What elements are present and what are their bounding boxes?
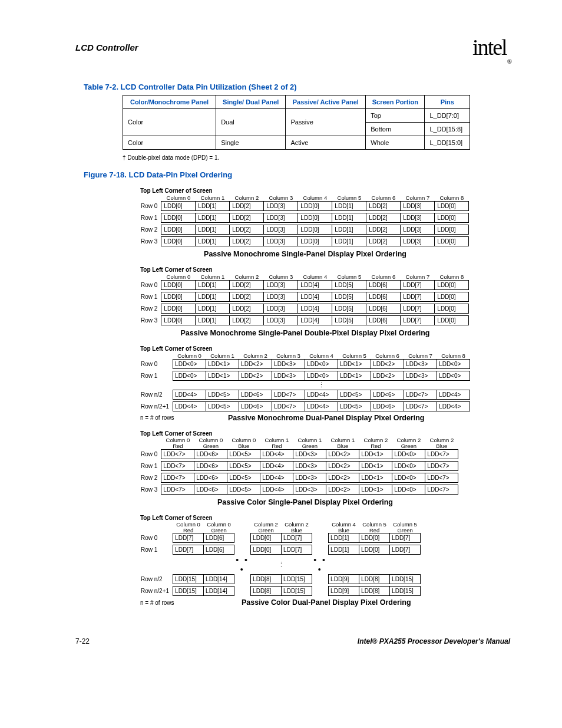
pin-cell: LDD<4> xyxy=(260,485,293,494)
pin-cell: LDD[2] xyxy=(366,213,401,222)
pin-cell: LDD<0> xyxy=(173,359,206,368)
pin-cell: LDD[14] xyxy=(204,587,234,596)
pixel-ordering-block-b: Top Left Corner of Screen Column 0Column… xyxy=(140,266,510,337)
row-label: Row 1 xyxy=(140,213,161,222)
row-label: Row 2 xyxy=(140,304,161,313)
row-label: Row 0 xyxy=(140,449,161,459)
pin-cell: LDD<1> xyxy=(206,371,239,380)
col-header: Color/Monochrome Panel xyxy=(123,95,216,108)
pin-cell: LDD[0] xyxy=(435,236,469,246)
cell: L_DD[7:0] xyxy=(425,108,470,122)
pin-cell: LDD[5] xyxy=(332,292,366,301)
pixel-ordering-block-a: Top Left Corner of Screen Column 0Column… xyxy=(140,187,510,258)
pin-cell: LDD<2> xyxy=(239,359,272,368)
pin-cell: LDD[1] xyxy=(196,315,230,325)
pin-cell: LDD[4] xyxy=(298,304,332,313)
pin-cell: LDD<3> xyxy=(272,359,305,368)
pixel-ordering-block-c: Top Left Corner of Screen Column 0Column… xyxy=(140,345,510,422)
row-label: Row 2 xyxy=(140,225,161,234)
pin-cell: LDD<2> xyxy=(371,371,404,380)
pin-cell: LDD[8] xyxy=(251,587,282,596)
pin-cell: LDD[0] xyxy=(161,201,196,210)
pin-cell: LDD<5> xyxy=(227,473,260,482)
row-label: Row 3 xyxy=(140,236,161,246)
pin-cell: LDD[0] xyxy=(251,545,282,555)
pin-cell: LDD[7] xyxy=(401,292,435,301)
pin-cell: LDD[3] xyxy=(264,213,298,222)
pin-cell: LDD[0] xyxy=(161,280,196,289)
pin-cell: LDD[7] xyxy=(401,304,435,313)
row-label: Row 1 xyxy=(140,461,161,470)
pin-cell: LDD[0] xyxy=(359,545,390,555)
pin-cell: LDD<0> xyxy=(305,371,338,380)
pin-cell: LDD[15] xyxy=(390,587,421,596)
rows-note: n = # of rows xyxy=(140,414,174,421)
pin-cell: LDD[6] xyxy=(204,533,234,543)
corner-label: Top Left Corner of Screen xyxy=(140,345,510,352)
pin-cell: LDD<7> xyxy=(425,461,458,470)
pin-cell: LDD<0> xyxy=(392,473,425,482)
pin-cell: LDD[5] xyxy=(332,315,366,325)
pin-cell: LDD<3> xyxy=(404,371,437,380)
pixel-table: Column 0RedColumn 0GreenColumn 0BlueColu… xyxy=(140,437,458,495)
pin-cell: LDD<4> xyxy=(260,461,293,470)
corner-label: Top Left Corner of Screen xyxy=(140,515,510,521)
section-title: LCD Controller xyxy=(75,42,138,52)
pixel-table: Column 0Column 1Column 2Column 3Column 4… xyxy=(140,353,470,411)
pin-cell: LDD<2> xyxy=(326,473,359,482)
page-number: 7-22 xyxy=(75,637,90,645)
pin-utilization-table: Color/Monochrome Panel Single/ Dual Pane… xyxy=(123,95,470,150)
pin-cell: LDD[9] xyxy=(329,575,359,584)
pin-cell: LDD[2] xyxy=(230,304,264,313)
figure-caption: Figure 7-18. LCD Data-Pin Pixel Ordering xyxy=(84,170,510,179)
pin-cell: LDD[0] xyxy=(435,213,469,222)
page-footer: 7-22 Intel® PXA255 Processor Developer's… xyxy=(75,637,510,645)
pin-cell: LDD[0] xyxy=(298,225,332,234)
row-label: Row 3 xyxy=(140,315,161,325)
pin-cell: LDD<6> xyxy=(371,401,404,411)
pin-cell: LDD<1> xyxy=(338,371,371,380)
pin-cell: LDD[2] xyxy=(230,201,264,210)
cell: Color xyxy=(123,108,216,136)
pin-cell: LDD<3> xyxy=(293,473,326,482)
page-header: LCD Controller intel® xyxy=(75,34,510,61)
col-header: Passive/ Active Panel xyxy=(286,95,366,108)
pin-cell: LDD[3] xyxy=(264,292,298,301)
pin-cell: LDD<4> xyxy=(260,473,293,482)
pin-cell: LDD<7> xyxy=(161,449,194,459)
cell: Whole xyxy=(366,136,425,149)
pin-cell: LDD<6> xyxy=(239,390,272,399)
pin-cell: LDD[0] xyxy=(161,225,196,234)
pin-cell: LDD<2> xyxy=(326,461,359,470)
pin-cell: LDD[7] xyxy=(282,545,312,555)
pin-cell: LDD[2] xyxy=(230,280,264,289)
pin-cell: LDD<6> xyxy=(239,401,272,411)
pin-cell: LDD<0> xyxy=(173,371,206,380)
pin-cell: LDD[2] xyxy=(230,236,264,246)
pin-cell: LDD[0] xyxy=(161,315,196,325)
corner-label: Top Left Corner of Screen xyxy=(140,187,510,194)
pin-cell: LDD<0> xyxy=(437,359,470,368)
pin-cell: LDD[7] xyxy=(390,533,421,543)
pin-cell: LDD[7] xyxy=(282,533,312,543)
pin-cell: LDD<1> xyxy=(338,359,371,368)
pin-cell: LDD<7> xyxy=(425,449,458,459)
cell: L_DD[15:8] xyxy=(425,122,470,136)
pin-cell: LDD<4> xyxy=(437,390,470,399)
pin-cell: LDD<1> xyxy=(359,449,392,459)
pin-cell: LDD[1] xyxy=(332,201,366,210)
row-label: Row n/2+1 xyxy=(140,401,173,411)
pin-cell: LDD[0] xyxy=(435,315,469,325)
row-label: Row 3 xyxy=(140,485,161,494)
pin-cell: LDD[0] xyxy=(161,292,196,301)
pin-cell: LDD<4> xyxy=(173,390,206,399)
row-label: Row n/2 xyxy=(140,390,173,399)
row-label: Row 1 xyxy=(140,545,173,555)
pin-cell: LDD[14] xyxy=(204,575,234,584)
row-label: Row 0 xyxy=(140,201,161,210)
manual-title: Intel® PXA255 Processor Developer's Manu… xyxy=(358,637,510,645)
corner-label: Top Left Corner of Screen xyxy=(140,266,510,273)
block-caption: Passive Color Dual-Panel Display Pixel O… xyxy=(183,598,470,607)
pin-cell: LDD<5> xyxy=(227,485,260,494)
pin-cell: LDD<7> xyxy=(272,390,305,399)
